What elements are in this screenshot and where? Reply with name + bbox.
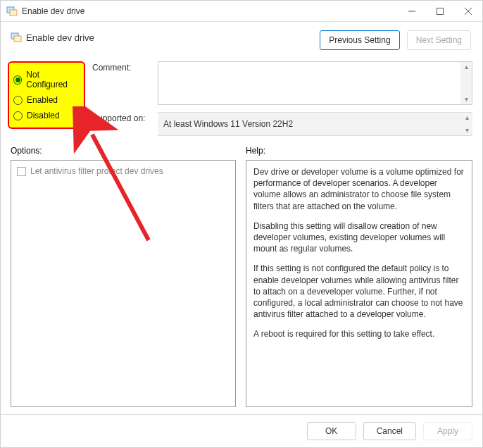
supported-on-field: At least Windows 11 Version 22H2 ▴ ▾ (158, 112, 472, 136)
help-paragraph: A reboot is required for this setting to… (253, 328, 465, 340)
scroll-down-icon: ▾ (465, 127, 469, 134)
content-area: Enable dev drive Previous Setting Next S… (1, 22, 482, 414)
radio-enabled[interactable]: Enabled (13, 92, 80, 108)
setting-icon (11, 32, 22, 43)
radio-icon (13, 96, 23, 105)
state-radio-group: Not Configured Enabled Disabled (8, 61, 85, 129)
radio-icon (13, 111, 23, 120)
svg-rect-1 (10, 10, 17, 15)
antivirus-checkbox-label: Let antivirus filter protect dev drives (30, 166, 163, 176)
svg-rect-3 (437, 8, 444, 14)
cancel-button[interactable]: Cancel (363, 422, 416, 440)
comment-scrollbar[interactable]: ▴ ▾ (460, 62, 472, 104)
help-paragraph: If this setting is not configured the de… (253, 263, 465, 320)
previous-setting-button[interactable]: Previous Setting (320, 30, 399, 50)
header-row: Enable dev drive Previous Setting Next S… (11, 29, 472, 50)
antivirus-checkbox[interactable] (17, 167, 26, 176)
options-panel: Let antivirus filter protect dev drives (11, 160, 236, 407)
antivirus-checkbox-row: Let antivirus filter protect dev drives (17, 166, 230, 176)
next-setting-button: Next Setting (407, 30, 471, 50)
supported-on-value: At least Windows 11 Version 22H2 (163, 119, 293, 129)
close-icon (465, 8, 472, 15)
comment-textarea[interactable]: ▴ ▾ (158, 61, 472, 105)
setting-title: Enable dev drive (26, 32, 94, 43)
dialog-window: Enable dev drive Enable dev drive Previo… (0, 0, 483, 448)
radio-label: Disabled (27, 111, 60, 120)
apply-button: Apply (423, 422, 472, 440)
supported-on-label: Supported on: (92, 112, 152, 123)
minimize-icon (408, 8, 415, 15)
minimize-button[interactable] (398, 1, 426, 22)
options-label: Options: (11, 146, 236, 156)
supported-scrollbar: ▴ ▾ (461, 113, 472, 135)
help-label: Help: (236, 146, 472, 156)
ok-button[interactable]: OK (307, 422, 356, 440)
help-panel: Dev drive or developer volume is a volum… (246, 160, 472, 407)
maximize-button[interactable] (426, 1, 454, 22)
close-button[interactable] (454, 1, 482, 22)
radio-disabled[interactable]: Disabled (13, 108, 80, 123)
radio-label: Not Configured (26, 70, 80, 89)
comment-label: Comment: (92, 61, 152, 73)
radio-not-configured[interactable]: Not Configured (13, 67, 80, 92)
svg-rect-7 (14, 36, 21, 42)
window-title: Enable dev drive (22, 6, 398, 16)
help-paragraph: Disabling this setting will disallow cre… (253, 220, 465, 255)
app-icon (6, 6, 18, 17)
scroll-down-icon: ▾ (465, 96, 468, 103)
radio-label: Enabled (27, 95, 58, 105)
scroll-up-icon: ▴ (465, 63, 468, 70)
radio-icon (13, 75, 22, 85)
scroll-up-icon: ▴ (465, 114, 469, 121)
dialog-footer: OK Cancel Apply (1, 414, 482, 447)
titlebar: Enable dev drive (1, 1, 482, 22)
maximize-icon (437, 8, 444, 15)
help-paragraph: Dev drive or developer volume is a volum… (253, 166, 465, 212)
